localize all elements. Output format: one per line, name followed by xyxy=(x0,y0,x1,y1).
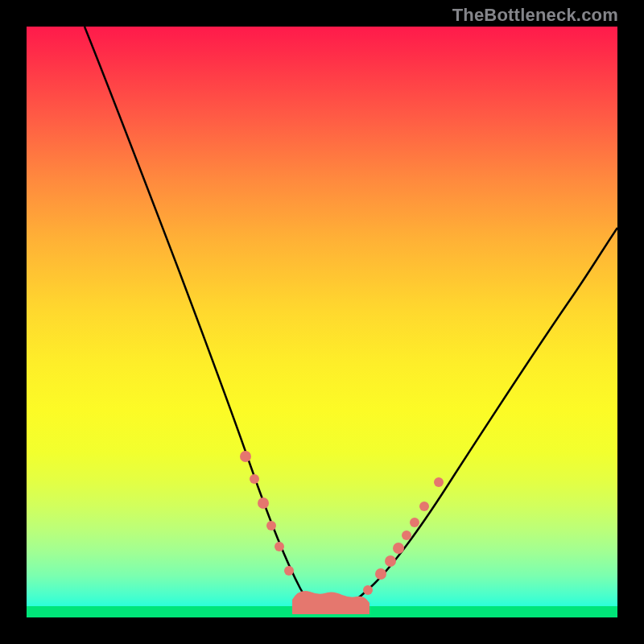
watermark-text: TheBottleneck.com xyxy=(452,5,618,26)
marker-dot xyxy=(402,530,411,540)
marker-dot xyxy=(240,451,251,462)
marker-dot xyxy=(363,585,373,595)
marker-dot xyxy=(275,542,284,551)
marker-dot xyxy=(410,518,419,527)
right-curve xyxy=(328,228,617,611)
marker-dot xyxy=(434,477,444,487)
curve-layer xyxy=(27,27,617,617)
marker-dot xyxy=(258,497,269,509)
plot-area xyxy=(27,27,617,617)
bottom-marker-cluster xyxy=(292,591,369,614)
marker-dot xyxy=(284,566,294,576)
marker-dot xyxy=(385,555,396,567)
marker-dot xyxy=(393,543,404,554)
marker-dot xyxy=(375,568,386,580)
chart-container: TheBottleneck.com xyxy=(0,0,644,644)
marker-dot xyxy=(250,474,259,484)
left-curve xyxy=(85,27,328,611)
marker-dot xyxy=(419,502,429,511)
marker-dot xyxy=(266,521,276,530)
